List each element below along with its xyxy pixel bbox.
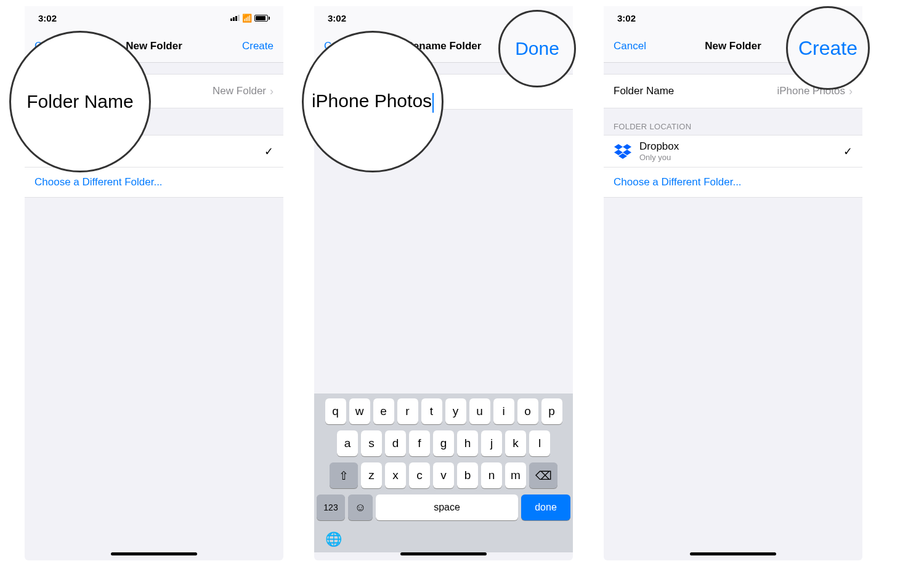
keyboard-row-4: 123 ☺ space done [317, 494, 570, 520]
svg-marker-5 [614, 144, 623, 150]
location-title: Dropbox [639, 140, 843, 153]
magnifier-create-text: Create [798, 37, 857, 60]
text-cursor-icon [432, 93, 434, 113]
status-time: 3:02 [328, 13, 346, 23]
key-g[interactable]: g [433, 430, 454, 456]
magnifier-folder-name: Folder Name [9, 31, 151, 172]
key-o[interactable]: o [517, 398, 538, 424]
nav-title: New Folder [669, 40, 797, 52]
key-m[interactable]: m [505, 462, 526, 488]
key-h[interactable]: h [457, 430, 478, 456]
choose-different-folder-button[interactable]: Choose a Different Folder... [25, 167, 283, 198]
key-u[interactable]: u [469, 398, 490, 424]
key-b[interactable]: b [457, 462, 478, 488]
key-k[interactable]: k [505, 430, 526, 456]
create-button[interactable]: Create [218, 40, 274, 52]
home-indicator[interactable] [400, 552, 487, 555]
checkmark-icon: ✓ [264, 145, 274, 158]
key-q[interactable]: q [325, 398, 346, 424]
wifi-icon: 📶 [242, 14, 252, 23]
phone-panel-3: Create 3:02 📶 Cancel New Folder Create F… [604, 6, 862, 560]
key-v[interactable]: v [433, 462, 454, 488]
key-z[interactable]: z [361, 462, 382, 488]
key-y[interactable]: y [445, 398, 466, 424]
status-time: 3:02 [617, 13, 636, 23]
key-s[interactable]: s [361, 430, 382, 456]
keyboard-bottom-row: 🌐 [317, 527, 570, 550]
cancel-button[interactable]: Cancel [614, 40, 669, 52]
location-sub: Only you [639, 153, 843, 162]
key-w[interactable]: w [349, 398, 370, 424]
home-indicator[interactable] [111, 552, 197, 555]
folder-name-label: Folder Name [614, 85, 674, 97]
globe-icon[interactable]: 🌐 [325, 531, 342, 547]
key-i[interactable]: i [493, 398, 514, 424]
checkmark-icon: ✓ [843, 145, 853, 158]
svg-marker-6 [623, 144, 631, 150]
magnifier-text: iPhone Photos [312, 91, 434, 112]
keyboard-row-3: ⇧ z x c v b n m ⌫ [317, 462, 570, 488]
space-key[interactable]: space [376, 494, 518, 520]
magnifier-done-text: Done [515, 38, 559, 59]
folder-name-value-text: New Folder [213, 85, 266, 97]
location-row[interactable]: Dropbox Only you ✓ [604, 135, 862, 167]
battery-icon [254, 15, 270, 22]
keyboard-row-1: q w e r t y u i o p [317, 398, 570, 424]
phone-panel-1: Folder Name 3:02 📶 Cancel New Folder Cre… [25, 6, 283, 560]
key-t[interactable]: t [421, 398, 442, 424]
key-l[interactable]: l [529, 430, 550, 456]
key-x[interactable]: x [385, 462, 406, 488]
emoji-key[interactable]: ☺ [348, 494, 373, 520]
key-a[interactable]: a [337, 430, 358, 456]
dropbox-icon [614, 142, 632, 161]
numbers-key[interactable]: 123 [317, 494, 345, 520]
phone-panel-2: iPhone Photos Done 3:02 📶 Cancel Rename … [314, 6, 573, 560]
key-d[interactable]: d [385, 430, 406, 456]
keyboard: q w e r t y u i o p a s d f g h j k l ⇧ … [314, 393, 573, 552]
chevron-right-icon: › [270, 85, 274, 98]
magnifier-text: Folder Name [26, 91, 133, 112]
status-time: 3:02 [38, 13, 57, 23]
status-right: 📶 [230, 14, 270, 23]
choose-different-folder-button[interactable]: Choose a Different Folder... [604, 167, 862, 198]
section-header: FOLDER LOCATION [604, 108, 862, 135]
shift-key[interactable]: ⇧ [330, 462, 358, 488]
folder-name-value: New Folder › [213, 85, 274, 98]
keyboard-done-key[interactable]: done [521, 494, 570, 520]
key-c[interactable]: c [409, 462, 430, 488]
magnifier-create: Create [786, 6, 870, 90]
chevron-right-icon: › [849, 85, 853, 98]
keyboard-row-2: a s d f g h j k l [317, 430, 570, 456]
signal-icon [230, 15, 240, 21]
key-n[interactable]: n [481, 462, 502, 488]
key-f[interactable]: f [409, 430, 430, 456]
home-indicator[interactable] [690, 552, 776, 555]
key-r[interactable]: r [397, 398, 418, 424]
key-e[interactable]: e [373, 398, 394, 424]
location-main: Dropbox Only you [639, 140, 843, 162]
magnifier-input: iPhone Photos [302, 31, 444, 172]
status-bar: 3:02 📶 [25, 6, 283, 30]
backspace-key[interactable]: ⌫ [529, 462, 557, 488]
key-p[interactable]: p [541, 398, 562, 424]
magnifier-done: Done [498, 10, 576, 87]
key-j[interactable]: j [481, 430, 502, 456]
